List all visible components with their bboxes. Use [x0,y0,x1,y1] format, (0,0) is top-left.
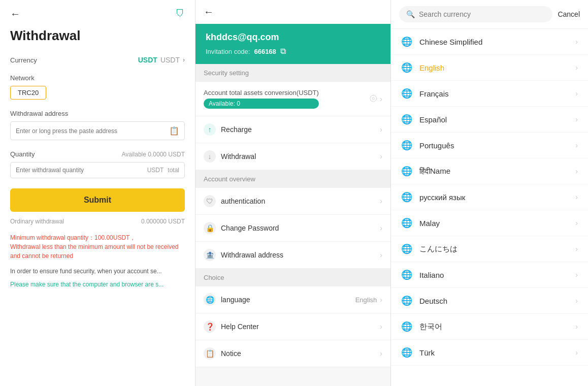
assets-right: ⦾ › [370,93,382,104]
globe-icon: 🌐 [401,217,412,229]
recharge-label: Recharge [221,125,252,134]
language-item[interactable]: 🌐 Español › [391,107,588,133]
globe-icon: 🌐 [401,36,412,47]
notice-chevron: › [380,349,382,358]
section-account: Account overview [195,170,390,188]
authentication-item[interactable]: 🛡 authentication › [195,188,390,215]
language-item[interactable]: 🌐 हिंदीName › [391,158,588,184]
lang-chevron: › [575,297,578,305]
recharge-left: ↑ Recharge [204,123,252,136]
language-item[interactable]: 🌐 Italiano › [391,262,588,288]
currency-selector[interactable]: USDT USDT › [138,56,185,64]
recharge-item[interactable]: ↑ Recharge › [195,116,390,143]
language-item[interactable]: 🌐 こんにちは › [391,236,588,262]
middle-back-button[interactable]: ← [204,6,214,18]
lang-name: Deutsch [419,297,447,305]
lang-chevron: › [575,323,578,331]
submit-button[interactable]: Submit [10,188,185,212]
filter-icon[interactable]: ⛉ [176,9,185,19]
assets-chevron: › [380,95,382,103]
user-card: khddcs@qq.com Invitation code: 666168 ⧉ [195,24,390,64]
lang-left: 🌐 Malay [401,217,440,229]
notice-item[interactable]: 📋 Notice › [195,340,390,367]
search-bar: 🔍 Cancel [391,0,588,29]
lang-chevron: › [575,271,578,279]
help-left: ❓ Help Center [204,320,259,333]
address-input[interactable] [16,127,169,135]
lang-chevron: › [575,193,578,201]
password-chevron: › [380,224,382,232]
lang-name: Chinese Simplified [419,38,482,46]
language-label: language [221,296,250,304]
recharge-chevron: › [380,125,382,134]
auth-left: 🛡 authentication [204,195,265,207]
language-item[interactable]: 🌐 English › [391,55,588,81]
lang-chevron: › [575,89,578,98]
search-input-wrap: 🔍 [399,6,552,22]
globe-icon: 🌐 [401,114,412,125]
language-item[interactable]: 🌐 Français › [391,81,588,107]
auth-chevron: › [380,197,382,205]
language-item[interactable]: 🌐 language English › [195,286,390,313]
currency-label: Currency [10,56,37,64]
ordinary-value: 0.000000 USDT [141,218,185,225]
withdrawal-icon: ↓ [204,150,216,163]
withdrawal-address-item[interactable]: 🏦 Withdrawal address › [195,242,390,269]
language-item[interactable]: 🌐 Chinese Simplified › [391,29,588,55]
globe-icon: 🌐 [401,347,412,358]
password-label: Change Password [221,224,279,232]
quantity-input[interactable] [16,167,143,174]
lang-name: русский язык [419,193,465,202]
lang-name: 한국어 [419,322,442,332]
toggle-icon[interactable]: ⦾ [370,93,377,104]
help-icon: ❓ [204,320,216,333]
language-item[interactable]: 🌐 Português › [391,133,588,158]
notice-icon: 📋 [204,347,216,360]
change-password-item[interactable]: 🔒 Change Password › [195,215,390,242]
invitation-row: Invitation code: 666168 ⧉ [206,47,380,56]
lang-left: 🌐 русский язык [401,191,465,203]
assets-row[interactable]: Account total assets conversion(USDT) Av… [195,82,390,116]
currency-unit: USDT [160,56,180,64]
ordinary-label: Ordinary withdrawal [10,218,64,225]
lang-left: 🌐 こんにちは [401,243,458,254]
back-button[interactable]: ← [10,8,20,20]
language-item[interactable]: 🌐 Deutsch › [391,288,588,314]
account-panel: ← khddcs@qq.com Invitation code: 666168 … [195,0,391,386]
withdrawal-item[interactable]: ↓ Withdrawal › [195,143,390,170]
language-item[interactable]: 🌐 Malay › [391,210,588,236]
lang-name: Malay [419,219,440,228]
language-item[interactable]: 🌐 한국어 › [391,314,588,340]
language-item[interactable]: 🌐 Türk › [391,340,588,366]
section-choice: Choice [195,269,390,286]
withdrawal-panel: ← ⛉ Withdrawal Currency USDT USDT › Netw… [0,0,195,386]
lang-left: 🌐 한국어 [401,321,442,332]
lang-chevron: › [575,141,578,149]
copy-icon[interactable]: ⧉ [280,47,286,56]
language-panel: 🔍 Cancel 🌐 Chinese Simplified › 🌐 Englis… [391,0,588,386]
globe-icon: 🌐 [401,243,412,254]
lock-icon: 🔒 [204,222,216,234]
assets-info: Account total assets conversion(USDT) Av… [204,89,319,109]
waddr-left: 🏦 Withdrawal address [204,249,283,261]
lang-name: हिंदीName [419,167,450,176]
paste-icon[interactable]: 📋 [169,126,179,136]
lang-name: Español [419,115,447,124]
language-list: 🌐 Chinese Simplified › 🌐 English › 🌐 Fra… [391,29,588,366]
help-center-item[interactable]: ❓ Help Center › [195,313,390,340]
lang-name: Italiano [419,271,444,279]
waddr-chevron: › [380,251,382,259]
lang-chevron: › [575,219,578,227]
language-value: English [355,296,377,304]
user-email: khddcs@qq.com [206,32,380,43]
search-input[interactable] [419,10,545,18]
cancel-button[interactable]: Cancel [558,10,580,18]
lang-left: 🌐 हिंदीName [401,166,450,177]
lang-left: 🌐 English [401,62,444,73]
currency-value: USDT [138,56,157,64]
language-item[interactable]: 🌐 русский язык › [391,184,588,210]
lang-name: Português [419,141,454,150]
language-right: English › [355,296,382,304]
globe-icon: 🌐 [401,321,412,332]
lang-left: 🌐 Português [401,140,454,151]
